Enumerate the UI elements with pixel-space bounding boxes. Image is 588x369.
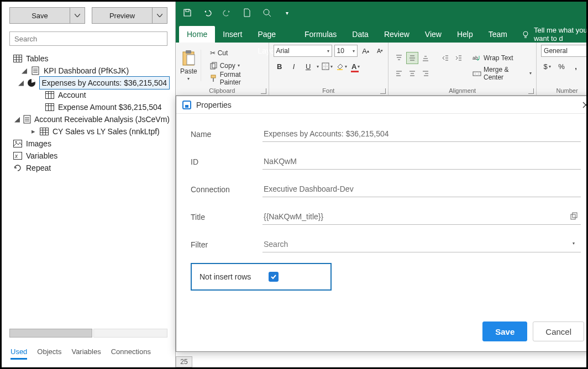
save-split-button[interactable]: Save: [9, 7, 85, 24]
paste-icon[interactable]: [181, 50, 196, 66]
accounting-format-button[interactable]: $▾: [541, 60, 553, 72]
decrease-indent-button[interactable]: [439, 52, 452, 64]
wrap-text-button[interactable]: ab Wrap Text: [473, 52, 532, 64]
comma-format-button[interactable]: ,: [570, 60, 582, 72]
ribbon-tab-data[interactable]: Data: [344, 26, 376, 43]
prop-input-id[interactable]: [262, 155, 581, 170]
ribbon-tab-formulas[interactable]: Formulas: [297, 26, 344, 43]
prop-input-name[interactable]: [262, 127, 581, 142]
tab-variables[interactable]: Variables: [71, 347, 101, 360]
tab-used[interactable]: Used: [11, 347, 27, 360]
tree-cy-vs-ly[interactable]: ▸ CY Sales vs LY Sales (nnkLtpf): [9, 125, 173, 138]
tab-connections[interactable]: Connections: [111, 347, 151, 360]
redo-icon[interactable]: [221, 7, 233, 19]
ribbon-tab-review[interactable]: Review: [376, 26, 417, 43]
modal-save-button[interactable]: Save: [482, 321, 527, 341]
prop-input-title[interactable]: [262, 210, 581, 225]
svg-rect-73: [473, 72, 481, 76]
font-color-button[interactable]: A▾: [350, 60, 362, 72]
align-bottom-button[interactable]: [419, 52, 432, 64]
qat-customize-icon[interactable]: ▾: [281, 7, 293, 19]
not-insert-rows-checkbox[interactable]: [269, 272, 279, 282]
preview-button[interactable]: Preview: [92, 8, 153, 23]
preview-split-button[interactable]: Preview: [92, 7, 167, 24]
chevron-down-icon[interactable]: ▾: [529, 71, 532, 76]
increase-indent-button[interactable]: [453, 52, 465, 64]
align-right-button[interactable]: [419, 67, 432, 80]
font-size-value: 10: [337, 47, 344, 55]
increase-font-button[interactable]: A▴: [360, 45, 372, 57]
borders-button[interactable]: ▾: [321, 60, 333, 72]
font-name-select[interactable]: Arial▾: [274, 45, 332, 57]
tree-variables[interactable]: x Variables: [9, 150, 173, 162]
copy-label: Copy: [220, 62, 235, 70]
format-painter-button[interactable]: Format Painter: [208, 72, 264, 85]
prop-row-filter: Filter ▾: [191, 231, 581, 259]
ribbon-tab-view[interactable]: View: [417, 26, 449, 43]
tree-root-tables[interactable]: Tables: [9, 52, 173, 65]
dialog-launcher-icon[interactable]: [380, 88, 386, 94]
number-format-select[interactable]: General▾: [541, 45, 588, 57]
prop-input-connection[interactable]: [262, 182, 581, 197]
tree-expenses-by-accounts[interactable]: ◢ Expenses by Accounts: $36,215,504: [9, 77, 173, 89]
percent-format-button[interactable]: %: [555, 60, 568, 72]
ribbon-tab-help[interactable]: Help: [449, 26, 481, 43]
horizontal-scrollbar[interactable]: [9, 329, 167, 338]
scroll-track[interactable]: [93, 329, 167, 338]
copy-title-button[interactable]: [568, 210, 580, 222]
save-icon[interactable]: [181, 7, 193, 19]
bold-button[interactable]: B: [274, 60, 286, 72]
underline-button[interactable]: U: [302, 60, 314, 72]
tree-search-input[interactable]: [13, 34, 164, 44]
expander-icon[interactable]: ▸: [30, 125, 36, 138]
cut-button[interactable]: ✂ Cut: [208, 47, 264, 59]
save-dropdown-arrow[interactable]: [70, 8, 85, 23]
print-preview-icon[interactable]: [261, 7, 273, 19]
align-left-button[interactable]: [393, 67, 405, 80]
chevron-down-icon[interactable]: ▾: [317, 64, 319, 69]
expander-icon[interactable]: ◢: [14, 113, 20, 125]
fill-color-button[interactable]: ▾: [335, 60, 348, 72]
row-header-25[interactable]: 25: [176, 356, 192, 367]
undo-icon[interactable]: [201, 7, 213, 19]
ribbon-tab-insert[interactable]: Insert: [215, 26, 250, 43]
align-middle-button[interactable]: [406, 52, 418, 64]
prop-input-filter[interactable]: [262, 238, 581, 252]
ribbon-tab-team[interactable]: Team: [481, 26, 515, 43]
tree-repeat[interactable]: Repeat: [9, 162, 173, 174]
new-doc-icon[interactable]: [241, 7, 253, 19]
paste-button[interactable]: Paste: [180, 67, 197, 75]
modal-cancel-button[interactable]: Cancel: [533, 321, 584, 341]
preview-dropdown-arrow[interactable]: [153, 8, 167, 23]
ribbon-group-number: General▾ $▾ % , Number: [537, 43, 588, 95]
chevron-down-icon[interactable]: ▾: [187, 76, 190, 81]
dialog-launcher-icon[interactable]: [261, 88, 266, 94]
tree-kpi-dashboard[interactable]: ◢ KPI Dashboard (PfKsJK): [9, 65, 173, 77]
copy-button[interactable]: Copy ▾: [208, 60, 264, 72]
font-size-select[interactable]: 10▾: [334, 45, 358, 57]
expander-icon[interactable]: ◢: [18, 77, 24, 89]
tree-label-selected: Expenses by Accounts: $36,215,504: [39, 76, 170, 89]
tree-images[interactable]: Images: [9, 138, 173, 150]
decrease-font-button[interactable]: A▾: [374, 45, 386, 57]
close-button[interactable]: [582, 101, 588, 109]
merge-center-button[interactable]: Merge & Center ▾: [473, 67, 532, 80]
tree-account-column[interactable]: Account: [9, 89, 173, 101]
save-button[interactable]: Save: [10, 8, 70, 23]
tell-me-search[interactable]: Tell me what you want to d: [515, 26, 588, 43]
expander-icon[interactable]: ◢: [22, 65, 27, 77]
tree-search-box[interactable]: [9, 31, 167, 46]
tab-objects[interactable]: Objects: [37, 347, 61, 360]
tree-account-receivable[interactable]: ◢ Account Receivable Analysis (JsCeVm): [9, 113, 173, 125]
scroll-thumb[interactable]: [9, 329, 92, 338]
filter-dropdown-button[interactable]: ▾: [568, 238, 580, 250]
tree-expense-amount-column[interactable]: Expense Amount $36,215,504: [9, 101, 173, 113]
ribbon-tab-home[interactable]: Home: [179, 26, 215, 43]
align-top-button[interactable]: [393, 52, 405, 64]
chevron-down-icon[interactable]: ▾: [238, 63, 240, 68]
align-center-button[interactable]: [406, 67, 418, 80]
italic-button[interactable]: I: [288, 60, 300, 72]
table-icon: [45, 91, 55, 99]
dialog-launcher-icon[interactable]: [528, 88, 534, 94]
ribbon-tab-page-layout[interactable]: Page Layout: [250, 26, 297, 43]
